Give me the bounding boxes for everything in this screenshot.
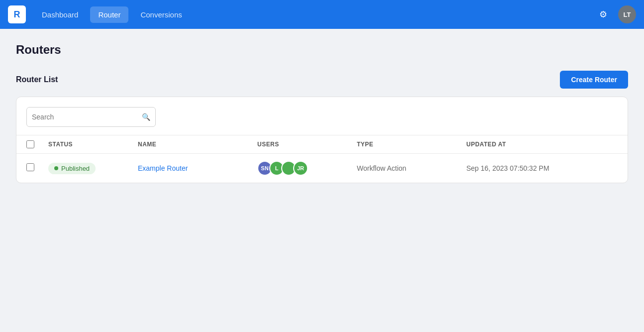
search-input-wrap: 🔍 [26,107,156,127]
navbar: R Dashboard Router Conversions ⚙ LT [0,0,644,29]
page-title: Routers [16,43,628,57]
user-avatar-3: JR [293,161,308,176]
type-cell: Workflow Action [357,164,466,172]
status-dot [54,166,58,170]
table-row: PublishedExample RouterSNLJRWorkflow Act… [16,154,628,183]
header-name: NAME [138,140,257,148]
section-title: Router List [16,75,58,84]
create-router-button[interactable]: Create Router [560,71,628,89]
nav-router[interactable]: Router [90,6,128,23]
app-logo: R [8,5,26,23]
header-type: TYPE [357,140,466,148]
nav-conversions[interactable]: Conversions [132,6,190,23]
row-checkbox[interactable] [26,163,34,171]
router-list-card: 🔍 STATUS NAME USERS TYPE UPDATED AT Publ… [16,97,628,183]
search-input[interactable] [32,113,142,121]
status-badge: Published [48,163,96,174]
select-all-checkbox[interactable] [26,140,34,148]
header-status: STATUS [48,140,138,148]
status-cell: Published [48,163,138,174]
page-content: Routers Router List Create Router 🔍 STAT… [0,29,644,197]
search-icon: 🔍 [142,113,150,121]
header-checkbox-cell [26,140,48,148]
search-bar-wrap: 🔍 [16,97,628,135]
table-body: PublishedExample RouterSNLJRWorkflow Act… [16,154,628,183]
name-cell: Example Router [138,164,257,173]
nav-dashboard[interactable]: Dashboard [34,6,86,23]
row-checkbox-cell [26,163,48,173]
router-name-link[interactable]: Example Router [138,164,188,172]
table-header-row: STATUS NAME USERS TYPE UPDATED AT [16,135,628,154]
updated-at-cell: Sep 16, 2023 07:50:32 PM [466,164,618,172]
header-users: USERS [257,140,357,148]
header-updated-at: UPDATED AT [466,140,618,148]
user-avatar[interactable]: LT [618,5,636,23]
section-header: Router List Create Router [16,71,628,89]
settings-icon[interactable]: ⚙ [594,5,612,23]
users-cell: SNLJR [257,161,357,176]
